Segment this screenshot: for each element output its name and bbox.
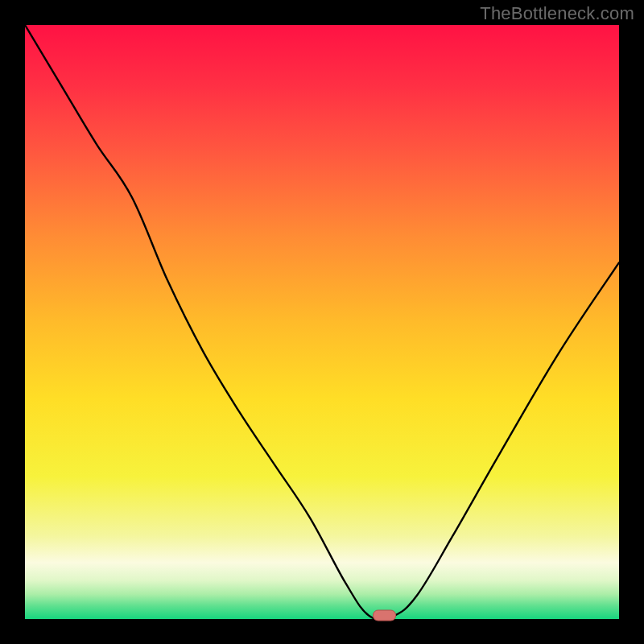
plot-background <box>25 25 619 619</box>
bottleneck-chart <box>0 0 644 644</box>
chart-container: TheBottleneck.com <box>0 0 644 644</box>
optimum-marker <box>374 610 396 621</box>
watermark-text: TheBottleneck.com <box>480 3 634 24</box>
